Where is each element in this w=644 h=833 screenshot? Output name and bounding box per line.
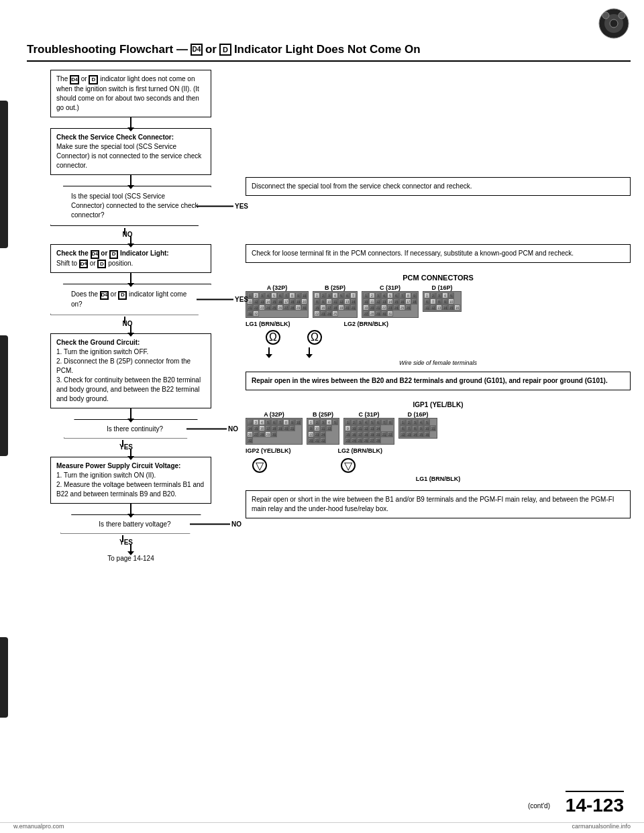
box5-item2: 2. Measure the voltage between terminals… <box>56 481 204 498</box>
box1-text: The D4 or D indicator light does not com… <box>56 75 199 111</box>
page: Troubleshooting Flowchart — D4 or D Indi… <box>0 0 644 833</box>
igp1-connector-row: A (32P) 345678910 1415161718192021 26272… <box>246 411 631 445</box>
footer: w.emanualpro.com carmanualsonline.info <box>0 822 644 830</box>
diamond-1-container: Is the special tool (SCS Service Connect… <box>50 186 211 226</box>
box3-text: Shift to D4 or D position. <box>56 260 133 267</box>
yes4-branch: YES <box>27 534 235 552</box>
diamond2-text: Does the D4 or D indicator light come on… <box>71 290 186 308</box>
igp1-connector-b-grid: 12345 9101112 132324 202122 <box>307 418 339 445</box>
svg-point-4 <box>619 12 625 19</box>
diamond3-text: Is there continuity? <box>107 425 163 433</box>
no4-repair-text: Repair open or short in the wire between… <box>252 496 614 512</box>
diamond-3-container: Is there continuity? NO <box>64 419 198 439</box>
igp1-connector-a: A (32P) 345678910 1415161718192021 26272… <box>246 411 303 445</box>
footer-left: w.emanualpro.com <box>13 823 64 830</box>
box4-item3: 3. Check for continuity between the B20 … <box>56 376 201 402</box>
lg2-label: LG2 (BRN/BLK) <box>344 321 389 327</box>
contd-label: (cont'd) <box>528 802 550 810</box>
box5-title: Measure Power Supply Circuit Voltage: <box>56 462 180 469</box>
arrow-4 <box>27 408 235 419</box>
connector-b-grid: 1234567 891011121314 15161718192021 2223… <box>313 291 358 318</box>
connector-b-label: B (25P) <box>325 284 345 291</box>
flowchart-box-2: Check the Service Check Connector: Make … <box>50 128 211 175</box>
flowchart-box-1: The D4 or D indicator light does not com… <box>50 70 211 117</box>
v-symbols: ▽ ▽ <box>252 458 631 473</box>
flowchart-box-4: Check the Ground Circuit: 1. Turn the ig… <box>50 333 211 408</box>
igp1-connector-b: B (25P) 12345 9101112 132324 <box>307 411 339 445</box>
box4-title: Check the Ground Circuit: <box>56 339 140 346</box>
connector-b: B (25P) 1234567 891011121314 15161718192… <box>313 284 358 318</box>
omega-1: Ω <box>266 330 280 345</box>
igp1-connector-c: C (31P) 12345678 91011121314 15161718192… <box>343 411 394 445</box>
diamond1-text: Is the special tool (SCS Service Connect… <box>71 192 199 219</box>
igp1-connector-a-grid: 345678910 1415161718192021 2627282930 32 <box>246 418 303 445</box>
box3-title: Check the D4 or D Indicator Light: <box>56 249 169 257</box>
connector-d-grid: 12345 678910 111213141516 <box>423 291 462 312</box>
connector-c-label: C (31P) <box>380 284 400 291</box>
igp2-label: IGP2 (YEL/BLK) <box>246 447 291 454</box>
title-or: or <box>205 43 217 56</box>
right-box-1: Disconnect the special tool from the ser… <box>246 177 631 196</box>
flowchart-box-5: Measure Power Supply Circuit Voltage: 1.… <box>50 457 211 504</box>
box2-title: Check the Service Check Connector: <box>56 133 174 141</box>
lg1-label2: LG1 (BRN/BLK) <box>246 476 631 482</box>
no4-repair-box: Repair open or short in the wire between… <box>246 490 631 518</box>
pcm-connectors-section: PCM CONNECTORS A (32P) 12345678910 11121… <box>246 274 631 366</box>
omega-symbols: Ω Ω <box>266 330 631 345</box>
igp1-connector-d: D (16P) 12345 67891011 1213141516 <box>398 411 437 439</box>
no3-repair-title: Repair open in the wires between the B20… <box>252 377 608 384</box>
no4-label: NO <box>231 520 241 528</box>
no3-repair-box: Repair open in the wires between the B20… <box>246 372 631 390</box>
top-bar <box>27 7 631 40</box>
yes1-label: YES <box>235 203 248 210</box>
igp1-section: IGP1 (YEL/BLK) A (32P) 345678910 1415161… <box>246 401 631 482</box>
arrow-2 <box>27 175 235 186</box>
no3-label: NO <box>228 425 238 433</box>
v-symbol-1: ▽ <box>252 458 267 473</box>
connector-a-grid: 12345678910 11121314151617181920 2122232… <box>246 291 309 318</box>
omega-2: Ω <box>307 330 322 345</box>
arrow-3 <box>27 273 235 284</box>
box4-item2: 2. Disconnect the B (25P) connector from… <box>56 357 191 374</box>
yes2-label: YES <box>235 296 248 303</box>
flowchart-column: The D4 or D indicator light does not com… <box>27 70 235 562</box>
pcm-connector-row: A (32P) 12345678910 11121314151617181920… <box>246 284 631 318</box>
svg-point-3 <box>602 12 609 19</box>
lg1-label: LG1 (BRN/BLK) <box>246 321 290 327</box>
left-accent-bar-3 <box>0 637 8 718</box>
connector-sub-labels: LG1 (BRN/BLK) LG2 (BRN/BLK) <box>246 321 631 327</box>
arrow-1 <box>27 117 235 128</box>
connector-c-grid: 123456789 101112131415161718 19202122232… <box>362 291 419 318</box>
box5-item1: 1. Turn the ignition switch ON (II). <box>56 471 156 479</box>
right-box2-text: Check for loose terminal fit in the PCM … <box>252 249 574 257</box>
logo-icon <box>597 7 631 40</box>
igp-sub-row1: IGP2 (YEL/BLK) LG2 (BRN/BLK) <box>246 447 631 454</box>
badge-d4: D4 <box>191 44 203 56</box>
down-arrows <box>266 347 631 358</box>
page-title: Troubleshooting Flowchart — D4 or D Indi… <box>27 43 631 62</box>
connector-d-label: D (16P) <box>431 284 452 291</box>
yes3-branch: YES <box>27 439 235 457</box>
v-symbol-2: ▽ <box>341 458 356 473</box>
wire-side-label: Wire side of female terminals <box>246 359 631 366</box>
right-column: Disconnect the special tool from the ser… <box>246 70 631 562</box>
igp1-connector-c-grid: 12345678 91011121314 1516171819202122 23… <box>343 418 394 445</box>
lg2-label2: LG2 (BRN/BLK) <box>338 447 383 454</box>
no2-branch: NO <box>27 315 235 333</box>
box2-text: Make sure the special tool (SCS Service … <box>56 143 201 169</box>
left-accent-bar-2 <box>0 335 8 456</box>
pcm-title: PCM CONNECTORS <box>246 274 631 282</box>
arrow-5 <box>27 504 235 514</box>
igp1-sub-labels: IGP2 (YEL/BLK) LG2 (BRN/BLK) ▽ ▽ LG1 (BR… <box>246 447 631 482</box>
down-arrow-2 <box>306 347 313 358</box>
connector-a: A (32P) 12345678910 11121314151617181920… <box>246 284 309 318</box>
right-box-2: Check for loose terminal fit in the PCM … <box>246 244 631 263</box>
no1-branch: NO <box>27 226 235 244</box>
igp1-connector-d-grid: 12345 67891011 1213141516 <box>398 418 437 439</box>
diamond-2-container: Does the D4 or D indicator light come on… <box>50 284 211 315</box>
box4-item1: 1. Turn the ignition switch OFF. <box>56 348 148 355</box>
title-prefix: Troubleshooting Flowchart — <box>27 43 188 56</box>
igp1-title: IGP1 (YEL/BLK) <box>246 401 631 408</box>
badge-d: D <box>219 44 231 56</box>
to-page: To page 14-124 <box>27 555 235 562</box>
